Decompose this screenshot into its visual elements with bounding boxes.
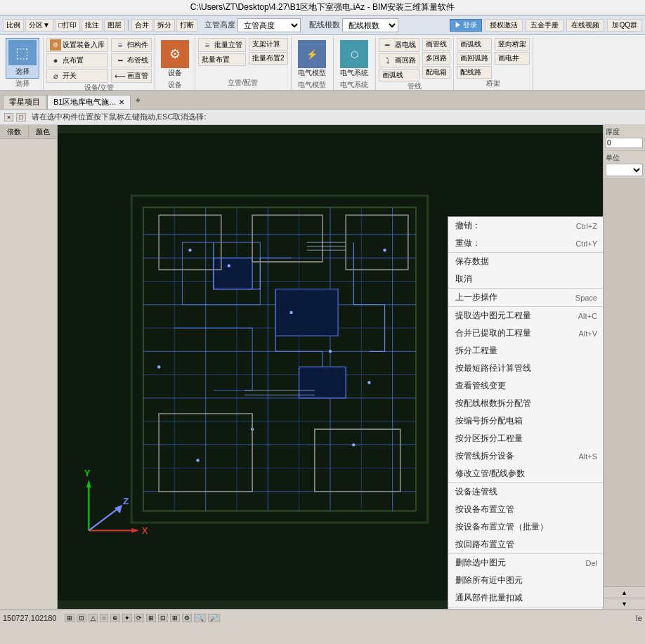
split-btn[interactable]: 拆分 xyxy=(154,19,175,32)
status-icon-5[interactable]: ⊕ xyxy=(110,614,120,622)
ctx-item-shortest[interactable]: 按最短路径计算管线 xyxy=(448,360,603,377)
svg-point-29 xyxy=(289,311,292,314)
batch-layout-btn[interactable]: 批量布置 xyxy=(198,53,246,66)
ctx-item-split-qty[interactable]: 拆分工程量 xyxy=(448,342,603,360)
unit-select[interactable] xyxy=(606,164,643,176)
scan-component-btn[interactable]: ≡ 扫构件 xyxy=(111,38,152,52)
sidebar-col-color: 颜色 xyxy=(29,125,57,138)
svg-text:X: X xyxy=(142,525,148,536)
standpipe-dropdown[interactable]: 立管高度 xyxy=(237,18,301,32)
doc-tabs: 零星项目 B1区地库电气施... ✕ + xyxy=(0,91,645,110)
bracket-calc-btn[interactable]: 支架计算 xyxy=(249,38,288,51)
status-icon-3[interactable]: △ xyxy=(89,614,98,622)
online-video-btn[interactable]: 在线视频 xyxy=(566,19,604,32)
status-icon-zoom[interactable]: 🔎 xyxy=(208,614,220,622)
status-icon-4[interactable]: ○ xyxy=(100,614,107,622)
canvas-area[interactable]: Y X Z 撤销： Ctrl+Z 重做： Ctrl+Y 保存数据 xyxy=(58,125,603,609)
ctx-item-device-connect[interactable]: 设备连管线 xyxy=(448,482,603,501)
ctx-item-split-conduit[interactable]: 按配线根数拆分配管 xyxy=(448,395,603,412)
status-icon-11[interactable]: ⚙ xyxy=(182,614,192,622)
device-big-btn[interactable]: ⚙ 设备 xyxy=(158,38,192,80)
title-text: C:\Users\ZT\Desktop\4.27\B1区地下室强电.iAz - … xyxy=(190,1,455,13)
status-icon-6[interactable]: ✦ xyxy=(122,614,132,622)
ctx-item-view-change[interactable]: 查看管线变更 xyxy=(448,377,603,395)
right-panel: 厚度 单位 ▲ ▼ xyxy=(603,125,645,609)
quick-access-toolbar: 比例 分区▼ □打印 批注 图层 合并 拆分 打断 xyxy=(3,19,197,32)
add-tab-btn[interactable]: + xyxy=(131,94,145,107)
status-icon-10[interactable]: ⊞ xyxy=(170,614,180,622)
open-close-btn[interactable]: ⌀ 开关 xyxy=(46,69,108,83)
ctx-item-undo[interactable]: 撤销： Ctrl+Z xyxy=(448,217,603,235)
draw-pipe-btn[interactable]: ━ 器电线 xyxy=(379,38,419,52)
bridge-horiz-btn[interactable]: 画回弧路 xyxy=(457,52,492,65)
close-tab-icon[interactable]: ✕ xyxy=(119,98,124,106)
draw-curve-btn[interactable]: 画弧线 xyxy=(379,69,419,81)
layer-btn[interactable]: 图层 xyxy=(104,19,125,32)
elec-system-btn[interactable]: ⬡ 电气系统 xyxy=(337,38,371,80)
notify-text: 请在选中构件位置按下鼠标左键拖动,ESC取消选择: xyxy=(32,112,207,122)
ctx-item-delete-all[interactable]: 删除所有近中图元 xyxy=(448,572,603,589)
draw-shaft-btn[interactable]: 画电井 xyxy=(495,52,530,65)
multi-route-btn[interactable]: 多回路 xyxy=(422,52,450,65)
ctx-item-split-distbox[interactable]: 按编号拆分配电箱 xyxy=(448,412,603,430)
scroll-up-btn[interactable]: ▲ xyxy=(604,586,645,598)
qq-group-btn[interactable]: 加QQ群 xyxy=(607,19,642,32)
ctx-item-layout-standpipe-batch[interactable]: 按设备布置立管（批量） xyxy=(448,518,603,536)
print-btn[interactable]: □打印 xyxy=(55,19,80,32)
cut-btn[interactable]: 打断 xyxy=(176,19,197,32)
direct-layout-btn[interactable]: ⟵ 画直管 xyxy=(111,69,152,83)
ctx-item-hvac-deduct[interactable]: 通风部件批量扣减 xyxy=(448,589,603,607)
status-icon-9[interactable]: ⊡ xyxy=(158,614,168,622)
ctx-item-modify-standpipe[interactable]: 修改立管/配线参数 xyxy=(448,465,603,482)
line-layout-btn[interactable]: ━ 布管线 xyxy=(111,53,152,67)
wireroute-label: 配线根数 xyxy=(309,20,340,30)
doc-tab-zero[interactable]: 零星项目 xyxy=(3,95,46,109)
status-icon-12[interactable]: 🔍 xyxy=(194,614,206,622)
dist-box-btn[interactable]: 配电箱 xyxy=(422,66,450,79)
login-btn[interactable]: ▶ 登录 xyxy=(450,19,483,32)
align-bridge-btn[interactable]: 竖向桥架 xyxy=(495,38,530,51)
ctx-item-redo[interactable]: 重做： Ctrl+Y xyxy=(448,235,603,252)
zone-btn[interactable]: 分区▼ xyxy=(25,19,53,32)
scroll-down-btn[interactable]: ▼ xyxy=(604,598,645,609)
svg-point-31 xyxy=(367,381,370,383)
status-icon-1[interactable]: ⊞ xyxy=(65,614,74,622)
thickness-input[interactable] xyxy=(606,138,643,148)
draw-route-btn[interactable]: ⤵ 画回路 xyxy=(379,53,419,67)
compare-btn[interactable]: 比例 xyxy=(3,19,24,32)
ctx-item-prev[interactable]: 上一步操作 Space xyxy=(448,288,603,306)
context-menu: 撤销： Ctrl+Z 重做： Ctrl+Y 保存数据 取消 上一步操作 Spac… xyxy=(448,216,603,609)
merge-btn[interactable]: 合并 xyxy=(131,19,152,32)
notify-expand-btn[interactable]: □ xyxy=(16,113,25,121)
status-icon-8[interactable]: ⊞ xyxy=(146,614,156,622)
handbook-btn[interactable]: 五金手册 xyxy=(526,19,563,32)
batch-pipe-btn[interactable]: ≡ 批量立管 xyxy=(198,38,246,52)
batch-note-btn[interactable]: 批注 xyxy=(82,19,103,32)
ctx-item-layout-standpipe[interactable]: 按设备布置立管 xyxy=(448,501,603,518)
bridge-arc-btn[interactable]: 画弧线 xyxy=(457,38,492,51)
select-button[interactable]: ⬚ 选择 xyxy=(6,38,39,79)
ctx-item-merge-extracted[interactable]: 合并已提取的工程量 Alt+V xyxy=(448,324,603,342)
status-icons: ⊞ ⊡ △ ○ ⊕ ✦ ⟳ ⊞ ⊡ ⊞ ⚙ 🔍 🔎 xyxy=(65,614,219,622)
status-icon-7[interactable]: ⟳ xyxy=(134,614,144,622)
status-icon-2[interactable]: ⊡ xyxy=(77,614,86,622)
point-layout-btn[interactable]: ● 点布置 xyxy=(46,53,108,67)
elec-model-btn[interactable]: ⚡ 电气模型 xyxy=(295,38,329,80)
ctx-item-extract[interactable]: 提取选中图元工程量 Alt+C xyxy=(448,306,603,324)
authorize-btn[interactable]: 授权激活 xyxy=(485,19,523,32)
draw-line-btn[interactable]: 画管线 xyxy=(422,38,450,51)
ctx-item-cut[interactable]: 剪切(T) xyxy=(448,607,603,609)
ctx-item-split-zone[interactable]: 按分区拆分工程量 xyxy=(448,430,603,447)
wire-calc-btn[interactable]: 批量布置2 xyxy=(249,52,288,65)
wireroute-dropdown[interactable]: 配线根数 xyxy=(342,18,398,32)
ctx-item-split-device[interactable]: 按管线拆分设备 Alt+S xyxy=(448,447,603,465)
ctx-item-save[interactable]: 保存数据 xyxy=(448,252,603,270)
doc-tab-b1[interactable]: B1区地库电气施... ✕ xyxy=(47,95,131,109)
ctx-item-cancel[interactable]: 取消 xyxy=(448,270,603,288)
notify-close-btn[interactable]: × xyxy=(4,113,13,121)
bridge-path-btn[interactable]: 配线路 xyxy=(457,66,492,79)
device-setup-btn[interactable]: ⚙ 设置装备入库 xyxy=(46,38,108,52)
ctx-item-layout-by-route[interactable]: 按回路布置立管 xyxy=(448,536,603,553)
ribbon-top-bar: 比例 分区▼ □打印 批注 图层 合并 拆分 打断 立管高度 立管高度 配线根数… xyxy=(0,15,645,35)
ctx-item-delete[interactable]: 删除选中图元 Del xyxy=(448,553,603,572)
